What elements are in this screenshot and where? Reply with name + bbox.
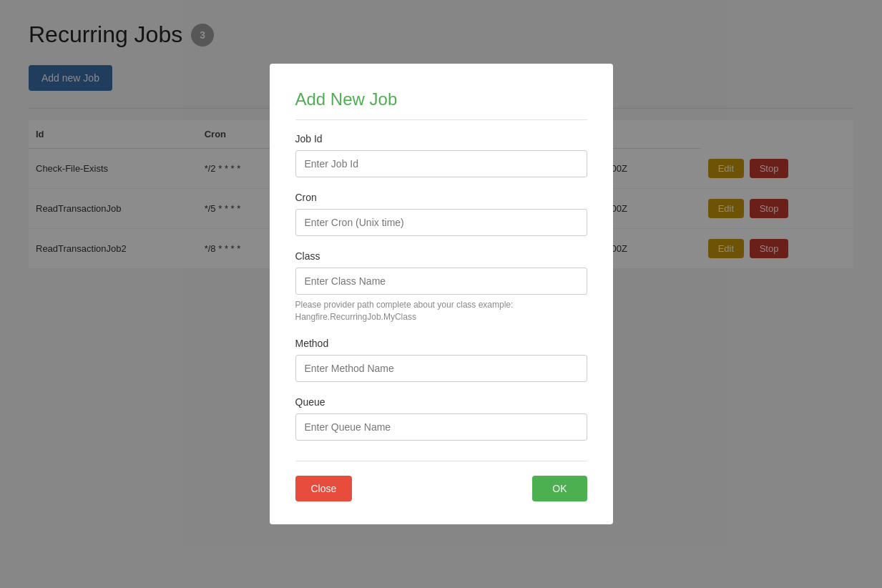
modal-overlay: Add New Job Job Id Cron Class Please pro…	[0, 0, 882, 588]
queue-group: Queue	[295, 396, 587, 441]
close-button[interactable]: Close	[295, 476, 353, 501]
modal-title: Add New Job	[295, 89, 587, 120]
queue-input[interactable]	[295, 413, 587, 441]
method-group: Method	[295, 338, 587, 382]
method-input[interactable]	[295, 355, 587, 382]
ok-button[interactable]: OK	[532, 476, 587, 501]
cron-input[interactable]	[295, 209, 587, 236]
queue-label: Queue	[295, 396, 587, 408]
job-id-group: Job Id	[295, 133, 587, 177]
add-new-job-modal: Add New Job Job Id Cron Class Please pro…	[270, 64, 613, 524]
class-hint: Please provider path complete about your…	[295, 299, 587, 323]
method-label: Method	[295, 338, 587, 349]
job-id-input[interactable]	[295, 150, 587, 177]
cron-group: Cron	[295, 192, 587, 236]
job-id-label: Job Id	[295, 133, 587, 144]
cron-label: Cron	[295, 192, 587, 203]
modal-footer: Close OK	[295, 461, 587, 501]
class-label: Class	[295, 250, 587, 262]
class-group: Class Please provider path complete abou…	[295, 250, 587, 323]
class-input[interactable]	[295, 268, 587, 295]
